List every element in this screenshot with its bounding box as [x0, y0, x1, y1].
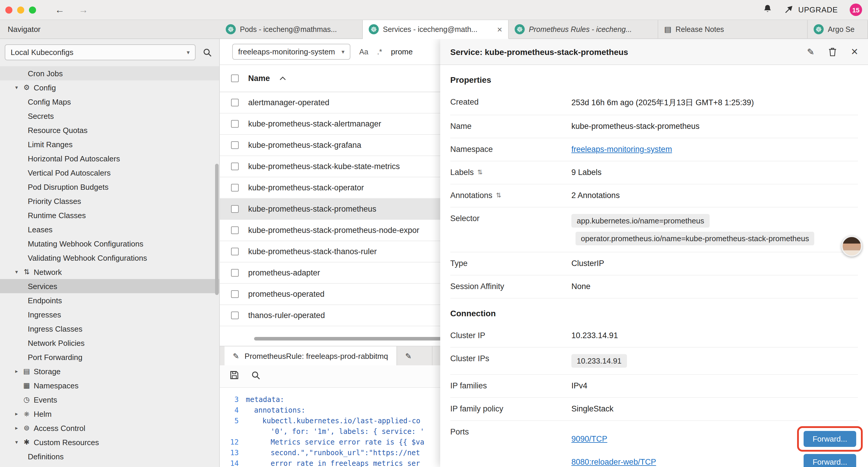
sidebar-item-mutating-webhook-configurations[interactable]: Mutating Webhook Configurations [0, 236, 219, 251]
service-name: kube-prometheus-stack-prometheus [248, 205, 376, 213]
row-checkbox[interactable] [231, 163, 239, 170]
sidebar-item-ingress-classes[interactable]: Ingress Classes [0, 322, 219, 336]
forward-button[interactable]: → [79, 5, 88, 14]
storage-icon: ▤ [21, 367, 32, 375]
row-checkbox[interactable] [231, 120, 239, 128]
property-value: 10.233.14.91 [571, 331, 618, 340]
sidebar-item-secrets[interactable]: Secrets [0, 109, 219, 123]
chevron-down-icon[interactable]: ▾ [12, 85, 21, 90]
port-link[interactable]: 9090/TCP [571, 435, 608, 443]
row-checkbox[interactable] [231, 184, 239, 192]
chevron-down-icon[interactable]: ▾ [12, 439, 21, 445]
sidebar-item-endpoints[interactable]: Endpoints [0, 293, 219, 308]
close-window-button[interactable] [5, 6, 12, 13]
notifications-bell-icon[interactable] [763, 4, 772, 16]
edit-icon[interactable]: ✎ [807, 47, 814, 57]
tab-label: Pods - icecheng@mathmas... [240, 25, 356, 33]
tab-prometheus-rules-icecheng[interactable]: ☸Prometheus Rules - icecheng... [509, 20, 658, 38]
sidebar-item-helm[interactable]: ▸⎈Helm [0, 407, 219, 421]
sidebar-item-runtime-classes[interactable]: Runtime Classes [0, 208, 219, 222]
chevron-right-icon[interactable]: ▸ [12, 368, 21, 374]
sidebar-item-definitions[interactable]: Definitions [0, 449, 219, 463]
sidebar-item-custom-resources[interactable]: ▾✱Custom Resources [0, 435, 219, 449]
tab-pods-icecheng-mathmas[interactable]: ☸Pods - icecheng@mathmas... [220, 20, 363, 38]
sort-ascending-icon[interactable] [279, 76, 286, 80]
property-row-name: Namekube-prometheus-stack-prometheus [450, 115, 858, 138]
tab-services-icecheng-math[interactable]: ☸Services - icecheng@math...× [363, 20, 509, 39]
editor-search-icon[interactable] [251, 370, 260, 382]
sidebar-item-validating-webhook-configurations[interactable]: Validating Webhook Configurations [0, 251, 219, 265]
row-checkbox[interactable] [231, 290, 239, 298]
row-checkbox[interactable] [231, 248, 239, 255]
zoom-window-button[interactable] [29, 6, 36, 13]
sidebar-item-cron-jobs[interactable]: Cron Jobs [0, 66, 219, 80]
namespace-link[interactable]: freeleaps-monitoring-system [571, 145, 672, 154]
forward-button[interactable]: Forward... [804, 431, 856, 447]
match-case-toggle[interactable]: Aa [359, 48, 368, 56]
notification-count-badge[interactable]: 15 [850, 4, 862, 16]
document-icon: ▤ [664, 25, 672, 34]
row-checkbox[interactable] [231, 312, 239, 319]
row-checkbox[interactable] [231, 141, 239, 149]
row-checkbox[interactable] [231, 99, 239, 107]
sidebar-item-namespaces[interactable]: ▦Namespaces [0, 378, 219, 392]
sidebar-item-limit-ranges[interactable]: Limit Ranges [0, 137, 219, 151]
sidebar-item-port-forwarding[interactable]: Port Forwarding [0, 350, 219, 364]
port-link[interactable]: 8080:reloader-web/TCP [571, 458, 656, 466]
back-button[interactable]: ← [55, 5, 64, 14]
sidebar-item-leases[interactable]: Leases [0, 222, 219, 236]
sidebar-item-storage[interactable]: ▸▤Storage [0, 364, 219, 378]
sidebar-item-ingresses[interactable]: Ingresses [0, 308, 219, 322]
tab-close-icon[interactable]: × [497, 24, 502, 34]
dock-tab-prometheusrule-freeleaps-prod-rabbitmq[interactable]: ✎PrometheusRule: freeleaps-prod-rabbitmq [224, 346, 397, 365]
editor-tabs: ☸Pods - icecheng@mathmas...☸Services - i… [220, 20, 868, 38]
sidebar-item-priority-classes[interactable]: Priority Classes [0, 194, 219, 208]
name-column-header[interactable]: Name [248, 74, 270, 83]
sidebar-item-vertical-pod-autoscalers[interactable]: Vertical Pod Autoscalers [0, 166, 219, 180]
row-checkbox[interactable] [231, 205, 239, 213]
sidebar-item-label: Storage [34, 367, 61, 376]
sidebar-item-label: Config Maps [28, 97, 71, 106]
sidebar-search-icon[interactable] [203, 48, 212, 57]
namespace-filter[interactable]: freeleaps-monitoring-system ▾ [232, 44, 350, 60]
sidebar-item-events[interactable]: ◷Events [0, 392, 219, 407]
property-label: Cluster IPs [450, 354, 571, 363]
expand-collapse-icon[interactable]: ⇅ [496, 192, 501, 199]
property-label: Name [450, 122, 571, 130]
sidebar-item-pod-disruption-budgets[interactable]: Pod Disruption Budgets [0, 180, 219, 194]
expand-collapse-icon[interactable]: ⇅ [477, 169, 483, 176]
sidebar-item-config[interactable]: ▾⚙Config [0, 80, 219, 95]
tab-argo-se[interactable]: ☸Argo Se [808, 20, 868, 38]
sidebar-item-services[interactable]: Services [0, 279, 219, 293]
search-query-input[interactable]: prome [391, 47, 413, 56]
minimize-window-button[interactable] [17, 6, 24, 13]
forward-button[interactable]: Forward... [804, 454, 856, 467]
chevron-right-icon[interactable]: ▸ [12, 411, 21, 417]
chevron-right-icon[interactable]: ▸ [12, 425, 21, 431]
sidebar-item-access-control[interactable]: ▸⊚Access Control [0, 421, 219, 435]
sidebar-item-label: Helm [34, 409, 52, 418]
sidebar-item-label: Ingress Classes [28, 324, 83, 333]
line-text: Metrics service error rate is {{ $va [246, 438, 424, 446]
sidebar-item-config-maps[interactable]: Config Maps [0, 95, 219, 109]
sidebar-item-horizontal-pod-autoscalers[interactable]: Horizontal Pod Autoscalers [0, 151, 219, 166]
sidebar-item-network-policies[interactable]: Network Policies [0, 336, 219, 350]
dock-tab-partial[interactable]: ✎ [397, 346, 432, 365]
trash-icon[interactable] [829, 47, 837, 56]
regex-toggle[interactable]: .* [377, 48, 382, 56]
select-all-checkbox[interactable] [231, 75, 239, 82]
chevron-down-icon[interactable]: ▾ [12, 269, 21, 275]
sidebar-item-network[interactable]: ▾⇅Network [0, 265, 219, 279]
kubeconfig-selector[interactable]: Local Kubeconfigs ▾ [5, 44, 195, 60]
service-name: alertmanager-operated [248, 98, 330, 107]
row-checkbox[interactable] [231, 226, 239, 234]
save-icon[interactable] [229, 370, 239, 382]
line-number: 3 [220, 396, 246, 404]
close-icon[interactable]: × [851, 45, 858, 59]
sidebar-scrollbar[interactable] [215, 164, 219, 295]
row-checkbox[interactable] [231, 269, 239, 276]
tab-release-notes[interactable]: ▤Release Notes [658, 20, 808, 38]
user-avatar[interactable] [841, 236, 862, 257]
sidebar-item-resource-quotas[interactable]: Resource Quotas [0, 123, 219, 137]
upgrade-button[interactable]: UPGRADE [784, 4, 838, 15]
